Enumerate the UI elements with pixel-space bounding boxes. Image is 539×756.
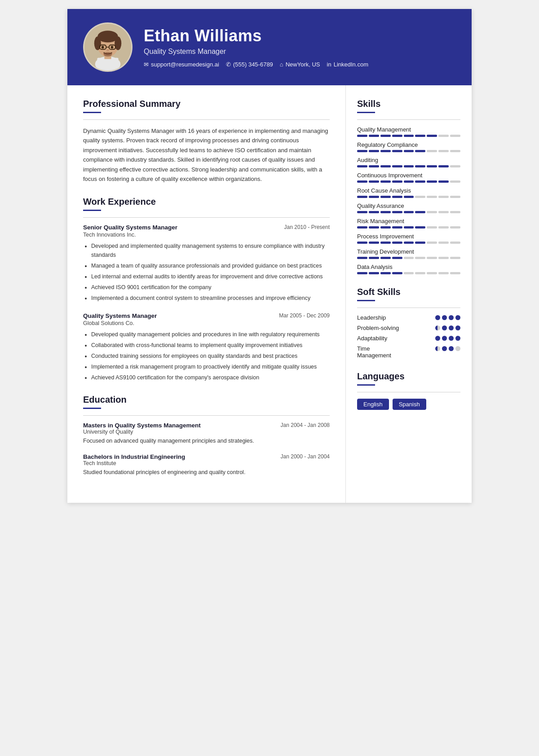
dot <box>435 346 440 351</box>
list-item: Achieved AS9100 certification for the co… <box>91 373 330 382</box>
skill-name: Continuous Improvement <box>357 172 460 179</box>
header-section: Ethan Williams Quality Systems Manager ✉… <box>67 9 472 85</box>
skill-bar <box>357 272 460 274</box>
skill-name: Process Improvement <box>357 233 460 240</box>
list-item: Managed a team of quality assurance prof… <box>91 261 330 270</box>
skill-segment <box>369 196 379 198</box>
edu-1: Masters in Quality Systems Management Ja… <box>83 422 330 445</box>
edu-2-desc: Studied foundational principles of engin… <box>83 468 330 477</box>
skill-name: Quality Assurance <box>357 202 460 209</box>
skill-name: Training Development <box>357 248 460 255</box>
skill-segment <box>438 257 449 259</box>
skill-segment <box>438 272 449 274</box>
summary-divider <box>83 119 330 120</box>
skill-segment <box>392 150 402 152</box>
skill-segment <box>369 180 379 183</box>
skill-segment <box>415 226 425 229</box>
avatar <box>83 22 133 72</box>
skill-segment <box>369 226 379 229</box>
skill-segment <box>380 257 391 259</box>
dot <box>442 315 447 320</box>
skill-root-cause-analysis: Root Cause Analysis <box>357 187 460 198</box>
job-1-date: Jan 2010 - Present <box>284 224 330 230</box>
list-item: Developed quality management policies an… <box>91 330 330 339</box>
soft-skill-name: Problem-solving <box>357 325 399 331</box>
skill-segment <box>392 272 402 274</box>
candidate-title: Quality Systems Manager <box>144 48 456 56</box>
skill-name: Data Analysis <box>357 264 460 270</box>
skills-section: Skills Quality Management <box>357 99 460 274</box>
soft-skills-underline <box>357 300 375 301</box>
skill-bar <box>357 242 460 244</box>
skill-segment <box>450 165 460 167</box>
skill-segment <box>404 272 414 274</box>
soft-skills-title: Soft Skills <box>357 287 460 297</box>
edu-2-header: Bachelors in Industrial Engineering Jan … <box>83 453 330 460</box>
experience-title: Work Experience <box>83 197 330 207</box>
skill-continuous-improvement: Continuous Improvement <box>357 172 460 183</box>
skills-underline <box>357 112 375 113</box>
dot <box>449 325 454 330</box>
skill-name: Auditing <box>357 157 460 163</box>
skill-segment <box>450 257 460 259</box>
skill-segment <box>427 165 437 167</box>
skill-segment <box>438 165 449 167</box>
job-1-header: Senior Quality Systems Manager Jan 2010 … <box>83 224 330 231</box>
skill-segment <box>392 257 402 259</box>
skill-segment <box>415 242 425 244</box>
summary-underline <box>83 112 101 113</box>
skill-segment <box>357 135 367 137</box>
skill-segment <box>380 135 391 137</box>
job-1-company: Tech Innovations Inc. <box>83 232 330 238</box>
skill-segment <box>415 180 425 183</box>
skills-divider <box>357 119 460 120</box>
skill-bar <box>357 226 460 229</box>
location-value: NewYork, US <box>286 61 320 68</box>
skill-segment <box>438 150 449 152</box>
skill-segment <box>415 211 425 213</box>
skill-bar <box>357 135 460 137</box>
svg-point-11 <box>102 46 104 48</box>
skill-segment <box>380 180 391 183</box>
skill-segment <box>438 242 449 244</box>
skill-segment <box>392 242 402 244</box>
dot <box>442 336 447 341</box>
skill-segment <box>357 196 367 198</box>
soft-skills-section: Soft Skills Leadership Problem-solving <box>357 287 460 359</box>
linkedin-icon: in <box>327 61 331 68</box>
dot <box>449 315 454 320</box>
skill-segment <box>369 272 379 274</box>
svg-rect-2 <box>97 58 118 70</box>
skill-segment <box>369 242 379 244</box>
skill-name: Risk Management <box>357 218 460 224</box>
job-1-title: Senior Quality Systems Manager <box>83 224 177 231</box>
dot <box>449 346 454 351</box>
dot <box>435 336 440 341</box>
skill-segment <box>392 226 402 229</box>
skill-segment <box>415 135 425 137</box>
soft-skill-problem-solving: Problem-solving <box>357 325 460 331</box>
skill-segment <box>404 180 414 183</box>
education-title: Education <box>83 395 330 405</box>
skill-risk-management: Risk Management <box>357 218 460 229</box>
summary-text: Dynamic Quality Systems Manager with 16 … <box>83 126 330 184</box>
skill-segment <box>427 135 437 137</box>
svg-point-12 <box>111 46 114 48</box>
skill-segment <box>380 242 391 244</box>
edu-2-date: Jan 2000 - Jan 2004 <box>281 453 330 460</box>
skill-segment <box>450 226 460 229</box>
skill-segment <box>438 226 449 229</box>
svg-point-14 <box>104 52 112 56</box>
skill-segment <box>380 272 391 274</box>
location-icon: ⌂ <box>280 61 283 68</box>
dot <box>435 315 440 320</box>
phone-value: (555) 345-6789 <box>233 61 273 68</box>
skill-segment <box>404 226 414 229</box>
skill-segment <box>357 150 367 152</box>
summary-section: Professional Summary Dynamic Quality Sys… <box>83 99 330 184</box>
skill-segment <box>427 257 437 259</box>
skill-segment <box>427 150 437 152</box>
dot <box>435 325 440 330</box>
skills-title: Skills <box>357 99 460 109</box>
dot <box>455 315 460 320</box>
